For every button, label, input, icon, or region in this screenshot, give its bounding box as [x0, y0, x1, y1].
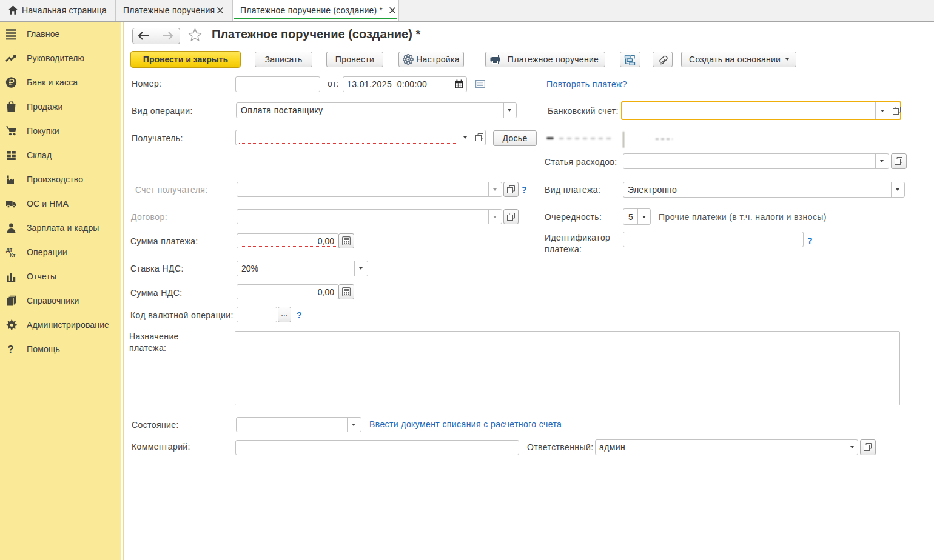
svg-text:Кт: Кт: [10, 252, 15, 258]
svg-text:?: ?: [8, 344, 14, 355]
